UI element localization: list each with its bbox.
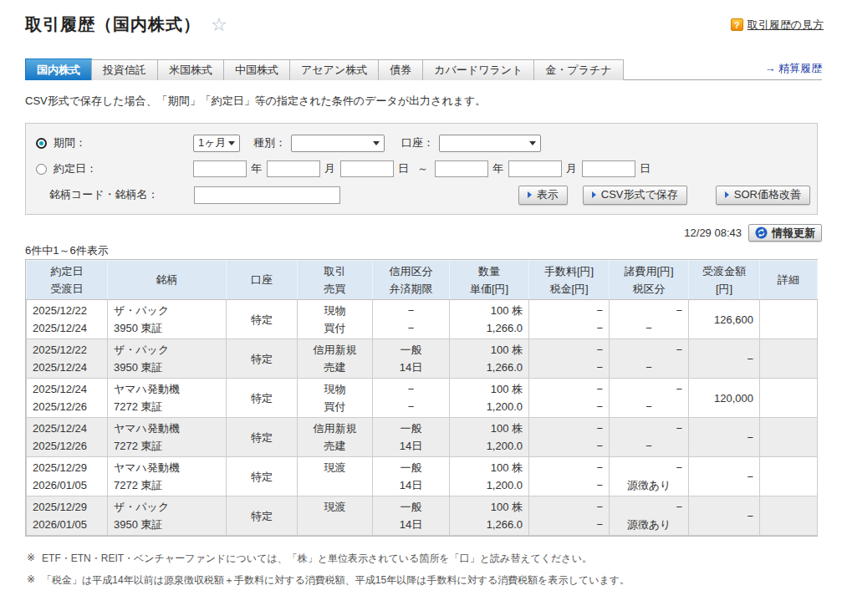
tab-5[interactable]: 債券 <box>378 59 423 80</box>
chevron-down-icon <box>373 141 380 145</box>
tab-0[interactable]: 国内株式 <box>25 59 92 80</box>
result-count: 6件中1～6件表示 <box>25 243 109 258</box>
table-body: 2025/12/222025/12/24ザ・パック3950 東証特定現物買付−−… <box>27 300 818 536</box>
settlement-history-link[interactable]: → 精算履歴 <box>764 61 822 76</box>
table-row: 2025/12/242025/12/26ヤマハ発動機7272 東証特定信用新規売… <box>27 418 818 457</box>
day-unit-label: 日 <box>398 161 409 176</box>
table-row: 2025/12/292026/01/05ヤマハ発動機7272 東証特定現渡一般1… <box>27 457 818 496</box>
cell-trade: 現物買付 <box>298 379 373 418</box>
cell-trade: 信用新規売建 <box>298 418 373 457</box>
page: 取引履歴（国内株式） ☆ ? 取引履歴の見方 国内株式投資信託米国株式中国株式ア… <box>0 0 847 616</box>
column-header: 信用区分弁済期限 <box>373 261 450 300</box>
cell-stock: ザ・パック3950 東証 <box>108 339 227 379</box>
cell-stock: ヤマハ発動機7272 東証 <box>108 418 227 457</box>
day-unit-label: 日 <box>640 161 651 176</box>
refresh-button[interactable]: 情報更新 <box>748 224 822 242</box>
cell-dates: 2025/12/222025/12/24 <box>27 339 108 379</box>
trade-date-label: 約定日： <box>54 161 193 176</box>
cell-qty: 100 株1,266.0 <box>450 496 529 536</box>
column-header: 取引売買 <box>298 261 373 300</box>
refresh-icon <box>755 227 768 239</box>
cell-account: 特定 <box>227 418 298 457</box>
cell-qty: 100 株1,266.0 <box>450 300 529 339</box>
footnote-marker: ※ <box>27 573 35 588</box>
cell-stock: ザ・パック3950 東証 <box>108 300 227 339</box>
period-select[interactable]: 1ヶ月 <box>193 135 240 152</box>
type-select[interactable] <box>291 135 385 152</box>
status-row: 12/29 08:43 情報更新 <box>684 224 822 242</box>
chevron-down-icon <box>228 141 235 145</box>
cell-margin: 一般14日 <box>373 457 450 496</box>
cell-qty: 100 株1,200.0 <box>450 418 529 457</box>
type-label: 種別： <box>253 135 286 150</box>
cell-amount: 126,600 <box>689 300 760 339</box>
tab-2[interactable]: 米国株式 <box>157 59 224 80</box>
last-updated-time: 12/29 08:43 <box>684 227 742 239</box>
account-select[interactable] <box>439 135 541 152</box>
cell-detail <box>760 339 818 379</box>
cell-margin: 一般14日 <box>373 418 450 457</box>
cell-fee: −− <box>529 418 610 457</box>
cell-account: 特定 <box>227 457 298 496</box>
cell-margin: −− <box>373 300 450 339</box>
cell-cost: −− <box>610 418 689 457</box>
filter-buttons: 表示 CSV形式で保存 SOR価格改善 <box>518 186 810 205</box>
history-table: 約定日受渡日銘柄口座取引売買信用区分弁済期限数量単価[円]手数料[円]税金[円]… <box>25 259 818 537</box>
date-from-month-input[interactable] <box>267 160 320 177</box>
column-header: 約定日受渡日 <box>27 261 108 300</box>
cell-cost: −源徴あり <box>610 496 689 536</box>
column-header: 手数料[円]税金[円] <box>529 261 610 300</box>
stock-name-input[interactable] <box>194 186 340 204</box>
tab-3[interactable]: 中国株式 <box>223 59 290 80</box>
cell-qty: 100 株1,200.0 <box>450 457 529 496</box>
help-link-label: 取引履歴の見方 <box>748 18 824 33</box>
column-header: 受渡金額[円] <box>689 261 760 300</box>
sor-price-button[interactable]: SOR価格改善 <box>716 186 810 205</box>
csv-save-button[interactable]: CSV形式で保存 <box>583 186 687 205</box>
show-button[interactable]: 表示 <box>518 186 568 205</box>
cell-amount: 120,000 <box>689 379 760 418</box>
stock-name-label: 銘柄コード・銘柄名： <box>49 187 194 202</box>
help-link[interactable]: ? 取引履歴の見方 <box>731 18 824 33</box>
arrow-right-icon <box>528 191 532 198</box>
table-row: 2025/12/242025/12/26ヤマハ発動機7272 東証特定現物買付−… <box>27 379 818 418</box>
cell-trade: 現物買付 <box>298 300 373 339</box>
cell-fee: −− <box>529 496 610 536</box>
date-to-day-input[interactable] <box>582 160 635 177</box>
cell-account: 特定 <box>227 339 298 379</box>
filter-panel: 期間： 1ヶ月 種別： 口座： 約定日： 年 月 日 <box>25 123 818 215</box>
csv-description: CSV形式で保存した場合、「期間」「約定日」等の指定された条件のデータが出力され… <box>25 94 486 109</box>
month-unit-label: 月 <box>324 161 335 176</box>
cell-dates: 2025/12/292026/01/05 <box>27 496 108 536</box>
cell-amount: − <box>689 418 760 457</box>
year-unit-label: 年 <box>251 161 262 176</box>
tab-6[interactable]: カバードワラント <box>422 59 534 80</box>
cell-fee: −− <box>529 339 610 379</box>
date-from-day-input[interactable] <box>340 160 394 177</box>
tab-4[interactable]: アセアン株式 <box>289 59 379 80</box>
tab-1[interactable]: 投資信託 <box>91 59 158 80</box>
tab-list: 国内株式投資信託米国株式中国株式アセアン株式債券カバードワラント金・プラチナ <box>25 59 822 80</box>
cell-dates: 2025/12/242025/12/26 <box>27 379 108 418</box>
column-header: 数量単価[円] <box>450 261 529 300</box>
arrow-right-icon <box>725 191 729 198</box>
cell-stock: ヤマハ発動機7272 東証 <box>108 379 227 418</box>
tab-7[interactable]: 金・プラチナ <box>533 59 623 80</box>
cell-dates: 2025/12/292026/01/05 <box>27 457 108 496</box>
footnote-text: 「税金」は平成14年以前は源泉徴収税額＋手数料に対する消費税額、平成15年以降は… <box>42 573 630 588</box>
date-from-year-input[interactable] <box>193 160 247 177</box>
cell-account: 特定 <box>227 300 298 339</box>
cell-detail <box>760 300 818 339</box>
radio-dot-icon <box>39 141 43 145</box>
page-title: 取引履歴（国内株式） <box>25 13 201 36</box>
footnote-marker: ※ <box>27 552 35 566</box>
column-header: 口座 <box>227 261 298 300</box>
trade-date-radio[interactable] <box>36 164 47 175</box>
footnote: ※ETF・ETN・REIT・ベンチャーファンドについては、「株」と単位表示されて… <box>27 552 824 566</box>
period-radio[interactable] <box>36 138 47 149</box>
date-to-month-input[interactable] <box>508 160 562 177</box>
date-to-year-input[interactable] <box>435 160 488 177</box>
cell-fee: −− <box>529 457 610 496</box>
footnote: ※「税金」は平成14年以前は源泉徴収税額＋手数料に対する消費税額、平成15年以降… <box>27 573 824 588</box>
favorite-star-icon[interactable]: ☆ <box>211 16 227 34</box>
